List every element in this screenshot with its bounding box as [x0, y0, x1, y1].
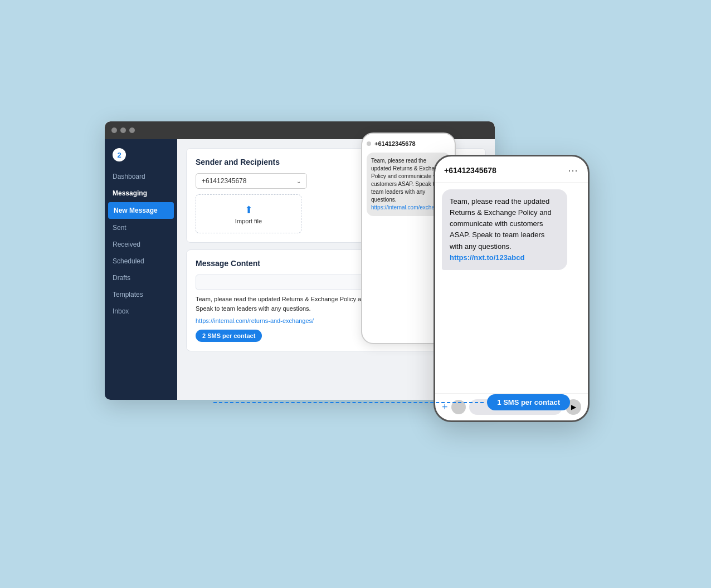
- phone-small-header: +61412345678: [367, 140, 450, 147]
- phone-large-bubble: Team, please read the updated Returns & …: [442, 189, 567, 270]
- sidebar-item-sent[interactable]: Sent: [105, 219, 177, 236]
- phone-preview-large: +61412345678 ⋯ Team, please read the upd…: [434, 155, 590, 422]
- sms-per-contact-badge: 1 SMS per contact: [487, 394, 570, 410]
- phone-large-header: +61412345678 ⋯: [435, 156, 588, 183]
- phone-small-signal-icon: [367, 141, 371, 146]
- sidebar-item-scheduled[interactable]: Scheduled: [105, 253, 177, 270]
- more-options-icon[interactable]: ⋯: [568, 164, 579, 177]
- scene: 2 Dashboard Messaging New Message Sent R…: [105, 121, 606, 467]
- window-dot-red: [111, 128, 117, 133]
- chevron-down-icon: ⌄: [296, 178, 301, 184]
- sidebar-logo: 2: [105, 145, 177, 168]
- sidebar-item-inbox[interactable]: Inbox: [105, 303, 177, 320]
- message-link[interactable]: https://internal.com/returns-and-exchang…: [196, 317, 314, 324]
- sidebar-item-templates[interactable]: Templates: [105, 286, 177, 303]
- phone-small-number: +61412345678: [374, 140, 416, 147]
- upload-icon: ⬆: [245, 204, 253, 216]
- phone-large-link: https://nxt.to/123abcd: [450, 253, 524, 262]
- phone-large-number: +61412345678: [444, 166, 496, 175]
- sms-count-badge: 2 SMS per contact: [196, 330, 262, 342]
- sidebar: 2 Dashboard Messaging New Message Sent R…: [105, 139, 177, 400]
- sidebar-item-new-message[interactable]: New Message: [108, 202, 174, 219]
- sidebar-item-messaging[interactable]: Messaging: [105, 185, 177, 202]
- sender-select-dropdown[interactable]: +61412345678 ⌄: [196, 173, 307, 189]
- import-label: Import file: [235, 218, 262, 224]
- arrow-container: 1 SMS per contact: [213, 394, 570, 410]
- sidebar-item-drafts[interactable]: Drafts: [105, 270, 177, 286]
- arrow-wrapper: 1 SMS per contact: [484, 394, 570, 410]
- window-dot-yellow: [120, 128, 126, 133]
- sender-phone-number: +61412345678: [202, 177, 246, 185]
- dashed-arrow-line: [213, 402, 484, 403]
- sidebar-item-received[interactable]: Received: [105, 236, 177, 253]
- sidebar-item-dashboard[interactable]: Dashboard: [105, 168, 177, 185]
- import-file-area[interactable]: ⬆ Import file: [196, 194, 301, 233]
- logo-icon: 2: [113, 148, 126, 161]
- phone-large-body-text: Team, please read the updated Returns & …: [450, 197, 552, 251]
- window-dot-green: [129, 128, 135, 133]
- phone-large-body: Team, please read the updated Returns & …: [435, 183, 588, 393]
